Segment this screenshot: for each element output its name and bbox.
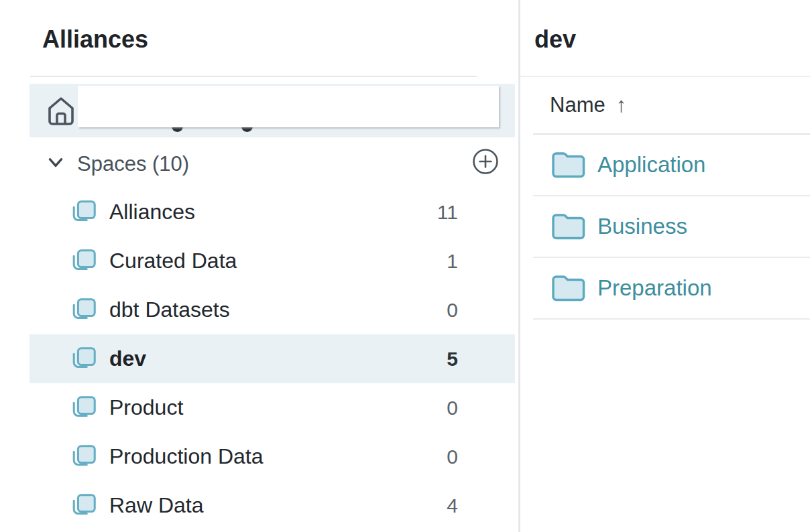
space-icon	[70, 198, 98, 226]
spaces-sidebar: Alliances Spaces (10)	[0, 0, 518, 532]
space-icon	[70, 247, 98, 275]
space-icon	[70, 492, 98, 520]
space-count: 4	[447, 494, 458, 517]
folder-icon	[551, 273, 587, 303]
add-space-button[interactable]	[471, 147, 500, 176]
space-label: Production Data	[109, 444, 263, 469]
space-contents-title: dev	[534, 27, 576, 52]
home-icon	[44, 94, 78, 129]
folder-row-preparation[interactable]: Preparation	[533, 258, 810, 320]
space-list: Alliances 11 Curated Data 1 dbt Datasets…	[30, 188, 515, 530]
folder-row-application[interactable]: Application	[533, 135, 810, 196]
space-contents-panel: dev Name ↑ Application Business	[520, 0, 810, 532]
space-label: Curated Data	[109, 249, 237, 273]
space-row-raw-data[interactable]: Raw Data 4	[30, 481, 515, 530]
space-count: 0	[447, 397, 458, 419]
space-count: 5	[447, 348, 458, 371]
space-label: Alliances	[109, 200, 195, 224]
space-label: dbt Datasets	[109, 297, 230, 322]
space-count: 1	[447, 250, 458, 273]
space-row-alliances[interactable]: Alliances 11	[30, 188, 515, 237]
space-label: dev	[109, 346, 146, 371]
space-count: 0	[447, 299, 458, 322]
home-row[interactable]	[30, 84, 515, 137]
folder-icon	[551, 150, 587, 180]
space-icon	[70, 394, 98, 422]
sidebar-title: Alliances	[42, 27, 148, 52]
space-contents-title-divider	[520, 76, 810, 77]
space-row-curated-data[interactable]: Curated Data 1	[30, 237, 515, 285]
space-icon	[70, 345, 98, 373]
app-screen: Alliances Spaces (10)	[0, 0, 810, 532]
chevron-down-icon[interactable]	[46, 152, 66, 172]
folder-row-business[interactable]: Business	[533, 196, 810, 258]
spaces-section-header: Spaces (10)	[30, 137, 515, 188]
sidebar-title-divider	[30, 76, 477, 77]
name-column-header[interactable]: Name ↑	[550, 94, 626, 117]
folder-link[interactable]: Application	[597, 152, 705, 178]
space-count: 0	[447, 446, 458, 468]
space-count: 11	[437, 201, 458, 224]
folder-table: Application Business Preparation	[533, 133, 810, 320]
name-column-label: Name	[550, 94, 605, 117]
space-icon	[70, 443, 98, 471]
folder-link[interactable]: Business	[597, 214, 687, 239]
folder-icon	[551, 212, 587, 241]
space-row-product[interactable]: Product 0	[30, 383, 515, 432]
space-row-dbt-datasets[interactable]: dbt Datasets 0	[30, 285, 515, 334]
sort-ascending-icon: ↑	[616, 94, 627, 117]
spaces-section-label: Spaces (10)	[77, 153, 189, 175]
space-row-production-data[interactable]: Production Data 0	[30, 432, 515, 481]
space-row-dev[interactable]: dev 5	[30, 334, 515, 383]
space-label: Product	[109, 395, 183, 420]
redaction-overlay	[78, 86, 499, 127]
space-label: Raw Data	[109, 493, 204, 518]
space-icon	[70, 296, 98, 324]
folder-link[interactable]: Preparation	[597, 275, 712, 301]
